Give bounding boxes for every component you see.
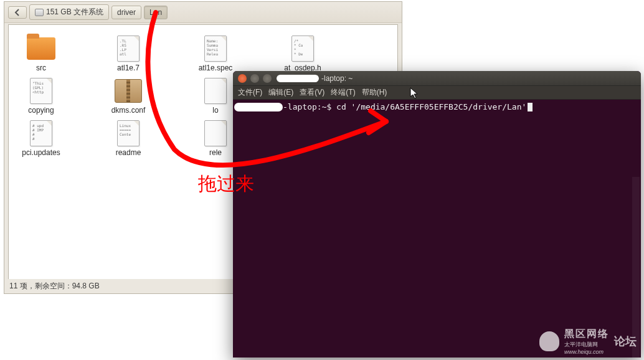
file-item-copying[interactable]: "This (GPL) <http copying [16,77,66,115]
document-icon: Name: Summa Versi Relea [204,36,227,62]
breadcrumb: 151 GB 文件系统 driver Lan [4,2,402,23]
mushroom-icon [539,331,559,351]
breadcrumb-driver[interactable]: driver [111,6,141,19]
document-icon: Linux ===== Conte [117,120,140,146]
redacted-username [277,75,319,82]
file-label: readme [116,148,141,157]
terminal-window: -laptop: ~ 文件(F) 编辑(E) 查看(V) 终端(T) 帮助(H)… [233,71,641,358]
document-icon: .TL .RS .LP atl [117,36,140,62]
menu-edit[interactable]: 编辑(E) [268,87,293,98]
file-label: atl1e.7 [117,64,140,72]
file-item-atl1e7[interactable]: .TL .RS .LP atl atl1e.7 [103,35,153,72]
watermark: 黑区网络 太平洋电脑网 www.heiqu.com 论坛 [539,328,637,355]
file-item-osdep[interactable]: /* * Co * * De at_osdep.h [278,35,328,72]
document-icon [204,78,227,104]
terminal-command: cd '/media/6A5EFFF05EFFB2C5/driver/Lan' [336,102,526,111]
file-item-readme[interactable]: Linux ===== Conte readme [103,120,153,157]
file-label: copying [28,106,54,115]
terminal-title: -laptop: ~ [277,74,353,83]
archive-icon [115,79,142,103]
file-label: rele [209,148,222,157]
file-label: lo [212,106,218,115]
maximize-icon[interactable] [263,74,272,83]
document-icon [204,120,227,146]
terminal-menubar: 文件(F) 编辑(E) 查看(V) 终端(T) 帮助(H) [233,86,641,100]
watermark-sub: 太平洋电脑网 [564,341,609,349]
document-icon: /* * Co * * De [291,36,314,62]
menu-view[interactable]: 查看(V) [300,87,324,98]
prompt-host: -laptop:~$ [283,102,336,111]
terminal-titlebar[interactable]: -laptop: ~ [233,71,641,86]
watermark-url: www.heiqu.com [564,349,609,355]
document-icon: # upd # IMP # # [30,120,52,146]
window-controls [238,74,272,83]
minimize-icon[interactable] [250,74,259,83]
redacted-username [234,103,283,111]
watermark-brand: 黑区网络 [564,328,609,341]
breadcrumb-lan[interactable]: Lan [144,6,168,19]
file-item-src[interactable]: src [16,35,66,72]
terminal-cursor [528,103,533,111]
menu-terminal[interactable]: 终端(T) [331,87,355,98]
breadcrumb-disk-label: 151 GB 文件系统 [46,7,103,17]
back-arrow-icon [14,9,21,16]
file-item-pci[interactable]: # upd # IMP # # pci.updates [16,120,66,157]
document-icon: "This (GPL) <http [30,78,52,104]
breadcrumb-disk[interactable]: 151 GB 文件系统 [29,4,109,20]
disk-icon [35,9,44,16]
menu-help[interactable]: 帮助(H) [362,87,387,98]
menu-file[interactable]: 文件(F) [238,87,262,98]
file-item-dkms[interactable]: dkms.conf [103,77,153,115]
terminal-body[interactable]: -laptop:~$ cd '/media/6A5EFFF05EFFB2C5/d… [233,100,641,358]
folder-icon [27,37,55,60]
file-label: src [36,64,46,72]
watermark-bbs: 论坛 [614,334,637,349]
close-icon[interactable] [238,74,247,83]
file-label: dkms.conf [111,106,146,115]
back-button[interactable] [8,6,27,19]
terminal-prompt-line: -laptop:~$ cd '/media/6A5EFFF05EFFB2C5/d… [237,102,637,111]
file-label: pci.updates [22,148,60,157]
file-label: atl1e.spec [199,64,233,72]
file-item-spec[interactable]: Name: Summa Versi Relea atl1e.spec [191,35,240,72]
